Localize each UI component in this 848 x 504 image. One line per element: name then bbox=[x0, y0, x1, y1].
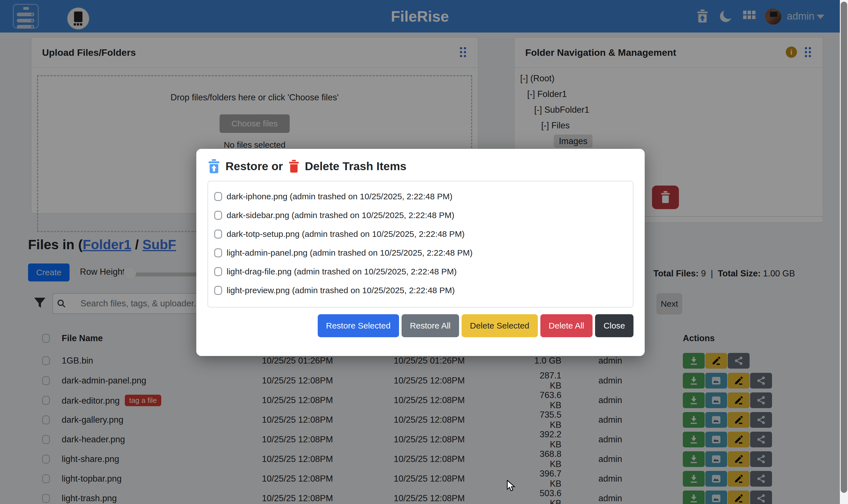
modal-action-button[interactable]: Restore Selected bbox=[318, 314, 399, 337]
modal-button-bar: Restore Selected Restore All Delete Sele… bbox=[208, 314, 634, 337]
trash-item-row: dark-iphone.png (admin trashed on 10/25/… bbox=[208, 187, 633, 206]
modal-title-delete: Delete Trash Items bbox=[305, 160, 406, 173]
pointer-icon bbox=[506, 480, 516, 492]
trash-item-label: light-admin-panel.png (admin trashed on … bbox=[227, 248, 473, 258]
scrollbar-thumb[interactable] bbox=[841, 2, 847, 493]
trash-item-checkbox[interactable] bbox=[214, 211, 222, 220]
trash-item-label: dark-totp-setup.png (admin trashed on 10… bbox=[227, 229, 465, 239]
modal-title-restore: Restore or bbox=[226, 160, 283, 173]
trash-item-row: dark-sidebar.png (admin trashed on 10/25… bbox=[208, 206, 633, 224]
restore-trash-icon bbox=[208, 159, 220, 174]
trash-item-checkbox[interactable] bbox=[214, 248, 222, 257]
trash-item-checkbox[interactable] bbox=[214, 267, 222, 276]
filerise-app: FileRise admin Uploa bbox=[0, 0, 848, 504]
trash-item-row: dark-totp-setup.png (admin trashed on 10… bbox=[208, 224, 633, 243]
modal-action-button[interactable]: Delete Selected bbox=[462, 314, 538, 337]
trash-item-label: light-drag-file.png (admin trashed on 10… bbox=[227, 267, 457, 276]
trash-item-label: dark-iphone.png (admin trashed on 10/25/… bbox=[227, 192, 453, 201]
delete-trash-icon bbox=[288, 159, 300, 174]
trash-item-row: light-admin-panel.png (admin trashed on … bbox=[208, 243, 633, 262]
trash-item-checkbox[interactable] bbox=[214, 192, 222, 201]
trash-modal: Restore or Delete Trash Items dark-iphon… bbox=[196, 149, 645, 356]
vertical-scrollbar[interactable] bbox=[840, 0, 848, 504]
modal-action-button[interactable]: Close bbox=[595, 314, 634, 337]
modal-action-button[interactable]: Restore All bbox=[402, 314, 459, 337]
mouse-cursor bbox=[506, 480, 516, 492]
trash-item-row: light-drag-file.png (admin trashed on 10… bbox=[208, 262, 633, 281]
trash-items-list: dark-iphone.png (admin trashed on 10/25/… bbox=[208, 181, 634, 307]
trash-item-row: light-preview.png (admin trashed on 10/2… bbox=[208, 281, 633, 300]
modal-action-button[interactable]: Delete All bbox=[541, 314, 593, 337]
trash-item-label: dark-sidebar.png (admin trashed on 10/25… bbox=[227, 211, 454, 220]
trash-item-label: light-preview.png (admin trashed on 10/2… bbox=[227, 286, 455, 295]
trash-item-checkbox[interactable] bbox=[214, 230, 222, 238]
trash-item-checkbox[interactable] bbox=[214, 286, 222, 295]
